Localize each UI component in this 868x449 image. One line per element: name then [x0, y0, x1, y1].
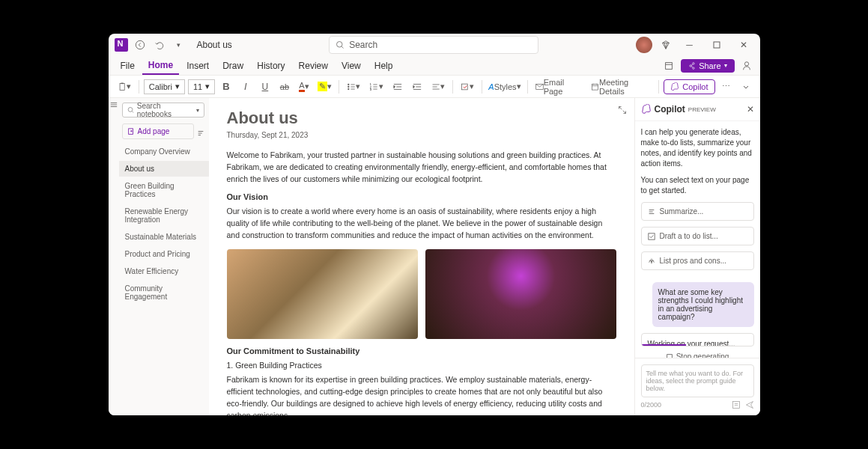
svg-point-8 — [347, 85, 349, 87]
menu-review[interactable]: Review — [293, 58, 334, 74]
page-item[interactable]: Renewable Energy Integration — [119, 204, 209, 227]
copilot-input-area: Tell me what you want to do. For ideas, … — [635, 358, 760, 415]
user-avatar[interactable] — [636, 37, 652, 53]
svg-point-1 — [337, 42, 343, 48]
suggestion-todo[interactable]: Draft a to do list... — [641, 227, 754, 245]
page-item[interactable]: Company Overview — [119, 144, 209, 159]
menu-draw[interactable]: Draw — [216, 58, 249, 74]
intro-paragraph: Welcome to Fabrikam, your trusted partne… — [227, 150, 616, 185]
copilot-ribbon-button[interactable]: Copilot — [664, 79, 714, 94]
paste-button[interactable]: ▾ — [115, 79, 134, 95]
svg-text:3: 3 — [370, 88, 371, 91]
vision-paragraph: Our vision is to create a world where ev… — [227, 206, 616, 241]
pin-ribbon-button[interactable] — [661, 58, 676, 73]
add-page-button[interactable]: Add page — [122, 123, 194, 139]
page-title: About us — [227, 109, 616, 128]
ribbon: ▾ Calibri ▾ 11 ▾ B I U ab A▾ ✎▾ ▾ 123▾ ▾… — [109, 76, 760, 98]
sort-pages-button[interactable] — [197, 129, 204, 137]
close-pane-button[interactable]: ✕ — [747, 104, 754, 114]
svg-rect-5 — [120, 83, 124, 90]
search-icon — [127, 106, 134, 114]
svg-point-7 — [347, 83, 349, 85]
menu-help[interactable]: Help — [368, 58, 399, 74]
strike-button[interactable]: ab — [276, 79, 293, 95]
menu-home[interactable]: Home — [142, 57, 179, 75]
copilot-title: Copilot — [655, 104, 685, 114]
menu-file[interactable]: File — [115, 58, 141, 74]
share-button[interactable]: Share ▾ — [681, 59, 734, 73]
account-icon[interactable] — [739, 58, 754, 73]
ribbon-chevron[interactable] — [738, 79, 754, 95]
italic-button[interactable]: I — [237, 79, 254, 95]
char-counter: 0/2000 — [641, 401, 662, 409]
font-color-button[interactable]: A▾ — [296, 79, 312, 95]
copilot-icon — [670, 82, 679, 91]
font-family-select[interactable]: Calibri ▾ — [144, 79, 185, 94]
svg-point-9 — [347, 88, 349, 89]
copilot-input[interactable]: Tell me what you want to do. For ideas, … — [641, 364, 754, 397]
underline-button[interactable]: U — [257, 79, 273, 95]
diamond-icon[interactable] — [658, 37, 673, 52]
overflow-button[interactable]: ⋯ — [718, 79, 735, 95]
undo-button[interactable] — [152, 37, 167, 52]
back-button[interactable] — [133, 37, 148, 52]
content-image[interactable] — [425, 249, 616, 339]
send-button[interactable] — [745, 400, 754, 409]
indent-button[interactable] — [409, 79, 425, 95]
copilot-icon — [641, 104, 652, 114]
expand-button[interactable] — [618, 106, 627, 114]
page-date: Thursday, Sept 21, 2023 — [227, 131, 616, 139]
numbering-button[interactable]: 123▾ — [366, 79, 386, 95]
working-status: Working on your request... — [641, 333, 754, 346]
search-notebooks-input[interactable]: Search notebooks ▾ — [122, 103, 204, 117]
search-input[interactable]: Search — [329, 36, 538, 54]
page-item[interactable]: About us — [119, 161, 209, 177]
bullets-button[interactable]: ▾ — [344, 79, 363, 95]
image-row — [227, 249, 616, 339]
highlight-button[interactable]: ✎▾ — [315, 79, 334, 95]
page-item[interactable]: Product and Pricing — [119, 246, 209, 262]
more-qat-button[interactable]: ▾ — [172, 37, 186, 52]
minimize-button[interactable]: ─ — [679, 36, 700, 54]
page-content[interactable]: About us Thursday, Sept 21, 2023 Welcome… — [209, 98, 634, 415]
search-icon — [336, 40, 345, 49]
svg-rect-18 — [648, 233, 654, 239]
prompt-guide-button[interactable] — [732, 400, 741, 409]
page-item[interactable]: Sustainable Materials — [119, 229, 209, 245]
page-item[interactable]: Green Building Practices — [119, 178, 209, 202]
hamburger-strip[interactable] — [109, 98, 119, 415]
styles-button[interactable]: AStyles ▾ — [487, 79, 523, 95]
page-navigation: Search notebooks ▾ Add page Company Over… — [119, 98, 209, 415]
menu-view[interactable]: View — [336, 58, 367, 74]
email-page-button[interactable]: Email Page — [532, 79, 585, 95]
commitment-paragraph: Fabrikam is known for its expertise in g… — [227, 374, 616, 415]
page-item[interactable]: Water Efficiency — [119, 263, 209, 279]
share-icon — [688, 62, 696, 70]
svg-rect-3 — [666, 62, 673, 69]
menu-history[interactable]: History — [251, 58, 291, 74]
suggestion-summarize[interactable]: Summarize... — [641, 202, 754, 221]
outdent-button[interactable] — [389, 79, 406, 95]
vision-heading: Our Vision — [227, 192, 616, 201]
maximize-button[interactable] — [706, 36, 727, 54]
copilot-body: I can help you generate ideas, make to-d… — [635, 121, 760, 358]
titlebar: ▾ About us Search ─ ✕ — [109, 34, 760, 56]
tag-button[interactable]: ▾ — [458, 79, 477, 95]
content-image[interactable] — [227, 249, 418, 339]
close-button[interactable]: ✕ — [733, 36, 754, 54]
copilot-intro: I can help you generate ideas, make to-d… — [641, 127, 754, 169]
bold-button[interactable]: B — [218, 79, 234, 95]
svg-point-4 — [744, 61, 748, 65]
page-item[interactable]: Community Engagement — [119, 281, 209, 305]
app-window: ▾ About us Search ─ ✕ File Home Insert D… — [109, 34, 760, 415]
body: Search notebooks ▾ Add page Company Over… — [109, 98, 760, 415]
align-button[interactable]: ▾ — [428, 79, 448, 95]
commitment-heading: Our Commitment to Sustainability — [227, 346, 616, 355]
meeting-details-button[interactable]: Meeting Details — [588, 79, 654, 95]
svg-rect-15 — [592, 84, 598, 90]
font-size-select[interactable]: 11 ▾ — [188, 79, 215, 94]
menu-insert[interactable]: Insert — [180, 58, 215, 74]
stop-generating-button[interactable]: Stop generating — [641, 352, 754, 358]
svg-rect-2 — [714, 42, 720, 48]
suggestion-pros-cons[interactable]: List pros and cons... — [641, 251, 754, 270]
